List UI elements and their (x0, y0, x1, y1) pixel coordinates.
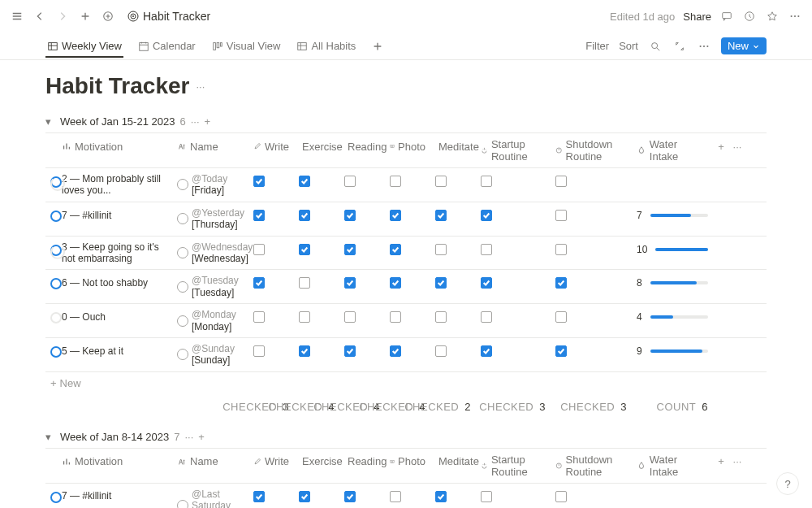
col-startup[interactable]: Startup Routine (476, 133, 551, 167)
checkbox[interactable] (253, 491, 265, 502)
new-row-button[interactable]: +New (45, 372, 767, 394)
checkbox[interactable] (253, 277, 265, 289)
row-name[interactable]: @Tuesday [Tuesday] (192, 275, 247, 298)
col-water[interactable]: Water Intake (632, 449, 713, 483)
group-toggle-icon[interactable]: ▾ (45, 115, 55, 128)
tab-visual-view[interactable]: Visual View (210, 35, 283, 57)
add-column-icon[interactable]: + (713, 449, 729, 475)
add-column-icon[interactable]: + (713, 133, 729, 159)
checkbox[interactable] (555, 345, 567, 357)
row-name[interactable]: @Last Saturday [Saturday] (192, 488, 247, 508)
checkbox[interactable] (253, 244, 265, 255)
col-write[interactable]: Write (248, 449, 294, 475)
checkbox[interactable] (435, 176, 447, 187)
checkbox[interactable] (390, 210, 401, 221)
group-title[interactable]: Week of Jan 8-14 2023 (60, 431, 169, 443)
col-more-icon[interactable]: ··· (729, 133, 745, 159)
col-meditate[interactable]: Meditate (430, 133, 476, 159)
col-photo[interactable]: Photo (385, 449, 430, 475)
checkbox[interactable] (299, 244, 310, 255)
checkbox[interactable] (435, 491, 447, 502)
checkbox[interactable] (253, 210, 265, 221)
col-reading[interactable]: Reading (339, 449, 385, 475)
row-name[interactable]: @Sunday [Sunday] (192, 343, 247, 367)
new-button[interactable]: New (721, 37, 767, 54)
col-exercise[interactable]: Exercise (294, 133, 339, 159)
checkbox[interactable] (390, 244, 401, 255)
col-shutdown[interactable]: Shutdown Routine (551, 449, 632, 483)
checkbox[interactable] (555, 277, 567, 289)
newpage-icon[interactable] (78, 9, 93, 24)
add-view-icon[interactable] (370, 39, 385, 54)
row-name[interactable]: @Wednesday [Wednesday] (192, 241, 253, 265)
checkbox[interactable] (390, 311, 401, 323)
checkbox[interactable] (344, 311, 356, 323)
group-title[interactable]: Week of Jan 15-21 2023 (60, 115, 175, 128)
checkbox[interactable] (253, 345, 265, 357)
col-name[interactable]: Name (172, 449, 248, 475)
filter-button[interactable]: Filter (585, 40, 609, 52)
col-startup[interactable]: Startup Routine (476, 449, 551, 483)
checkbox[interactable] (299, 345, 310, 357)
back-icon[interactable] (32, 9, 47, 24)
checkbox[interactable] (555, 176, 567, 187)
share-button[interactable]: Share (683, 11, 711, 23)
page-title[interactable]: Habit Tracker (45, 73, 189, 99)
title-more-icon[interactable]: ··· (196, 80, 205, 93)
col-water[interactable]: Water Intake (632, 133, 713, 167)
col-shutdown[interactable]: Shutdown Routine (551, 133, 632, 167)
motivation-text[interactable]: 2 — Mom probably still loves you... (62, 173, 167, 197)
breadcrumb[interactable]: Habit Tracker (127, 10, 210, 23)
checkbox[interactable] (344, 176, 356, 187)
checkbox[interactable] (481, 244, 492, 255)
group-toggle-icon[interactable]: ▾ (45, 431, 55, 443)
col-write[interactable]: Write (248, 133, 294, 159)
clock-icon[interactable] (742, 9, 757, 24)
checkbox[interactable] (555, 491, 567, 502)
checkbox[interactable] (435, 277, 447, 289)
motivation-text[interactable]: 5 — Keep at it (62, 345, 123, 357)
col-meditate[interactable]: Meditate (430, 449, 476, 475)
motivation-text[interactable]: 7 — #killinit (62, 210, 111, 221)
motivation-text[interactable]: 0 — Ouch (62, 311, 106, 323)
addtab-icon[interactable] (101, 9, 115, 24)
col-exercise[interactable]: Exercise (294, 449, 339, 475)
checkbox[interactable] (555, 244, 567, 255)
checkbox[interactable] (435, 345, 447, 357)
checkbox[interactable] (481, 176, 492, 187)
forward-icon[interactable] (55, 9, 70, 24)
tab-all-habits[interactable]: All Habits (295, 35, 357, 57)
menu-icon[interactable] (10, 9, 24, 24)
col-more-icon[interactable]: ··· (729, 449, 745, 475)
checkbox[interactable] (481, 311, 492, 323)
tab-calendar[interactable]: Calendar (136, 35, 197, 57)
expand-icon[interactable] (672, 39, 687, 54)
checkbox[interactable] (299, 277, 310, 289)
motivation-text[interactable]: 7 — #killinit (62, 490, 111, 501)
tab-weekly-view[interactable]: Weekly View (45, 35, 123, 57)
checkbox[interactable] (555, 210, 567, 221)
checkbox[interactable] (344, 244, 356, 255)
checkbox[interactable] (344, 491, 356, 502)
col-photo[interactable]: Photo (385, 133, 430, 159)
col-motivation[interactable]: Motivation (57, 133, 172, 159)
checkbox[interactable] (344, 210, 356, 221)
search-icon[interactable] (648, 39, 663, 54)
checkbox[interactable] (435, 311, 447, 323)
group-add-icon[interactable]: + (205, 115, 211, 128)
motivation-text[interactable]: 6 — Not too shabby (62, 277, 148, 289)
row-name[interactable]: @Today [Friday] (192, 173, 247, 197)
motivation-text[interactable]: 3 — Keep going so it's not embarrasing (62, 241, 167, 265)
checkbox[interactable] (390, 277, 401, 289)
checkbox[interactable] (344, 277, 356, 289)
checkbox[interactable] (299, 210, 310, 221)
row-name[interactable]: @Yesterday [Thursday] (192, 207, 247, 231)
more-icon[interactable] (788, 9, 802, 24)
checkbox[interactable] (555, 311, 567, 323)
col-name[interactable]: Name (172, 133, 248, 159)
sort-button[interactable]: Sort (619, 40, 638, 52)
checkbox[interactable] (253, 311, 265, 323)
group-more-icon[interactable]: ··· (184, 431, 193, 443)
checkbox[interactable] (253, 176, 265, 187)
help-button[interactable]: ? (776, 472, 799, 495)
